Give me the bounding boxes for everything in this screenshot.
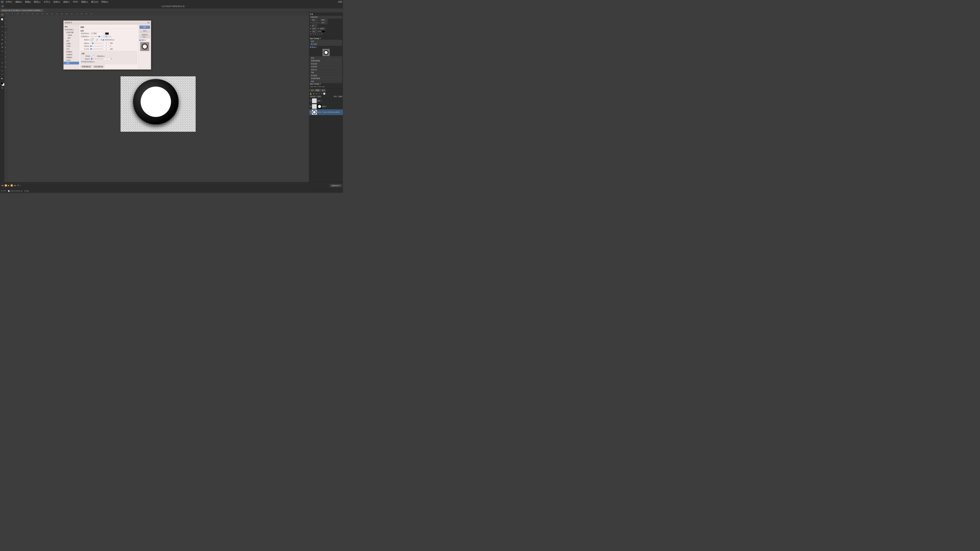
dodge-tool-btn[interactable]: ○	[0, 57, 4, 60]
kerning-input[interactable]	[312, 22, 318, 24]
superscript-btn[interactable]: T	[317, 33, 318, 35]
move-tool[interactable]: ✛	[1, 5, 4, 8]
layer-row-bevel[interactable]: 👁 Bevel · Factory Default (modified)	[309, 109, 343, 115]
menu-filter[interactable]: 滤镜(T)	[62, 0, 70, 4]
preview-checkbox[interactable]	[310, 46, 311, 48]
spread-slider[interactable]	[90, 46, 103, 46]
layer-shadow-checkbox[interactable]	[81, 61, 83, 62]
pattern-overlay-item[interactable]: 图案叠加	[64, 56, 79, 59]
menu-select[interactable]: 选择(S)	[52, 0, 60, 4]
font-family-input[interactable]	[310, 16, 334, 18]
text-color-swatch[interactable]	[322, 30, 325, 32]
noise-input[interactable]	[104, 58, 110, 60]
ok-button[interactable]: 确定	[139, 25, 150, 29]
connect-selection-btn[interactable]: 联系选择	[310, 62, 342, 65]
eyedropper-tool-btn[interactable]: ✏	[0, 33, 4, 37]
timeline-audio-btn[interactable]: ♪	[19, 184, 21, 187]
timeline-skip-start-btn[interactable]: ⏮	[1, 184, 4, 187]
foreground-color[interactable]	[0, 82, 3, 84]
caps-btn[interactable]: T	[321, 33, 323, 35]
brush-tool-btn[interactable]: 🖌	[0, 41, 4, 45]
color-swatches[interactable]	[0, 82, 4, 86]
vertical-scale-input[interactable]	[312, 24, 317, 27]
opacity-num-input[interactable]	[103, 35, 109, 38]
timeline-prev-btn[interactable]: ⏪	[4, 184, 7, 187]
size-input[interactable]	[103, 48, 109, 50]
satin-item[interactable]: 光泽	[64, 48, 79, 51]
timeline-dropdown-icon[interactable]: ▼	[339, 185, 340, 186]
menu-file[interactable]: 文件(F)	[5, 0, 13, 4]
gradient-btn[interactable]: 渐变	[310, 40, 342, 43]
distance-input[interactable]	[103, 42, 109, 44]
dialog-close-button[interactable]: ✕	[148, 21, 150, 24]
bold-btn[interactable]: T	[310, 33, 312, 35]
cancel-button[interactable]: 取消	[139, 29, 150, 33]
baseline-shift-input[interactable]	[312, 30, 318, 33]
underline-btn[interactable]: T	[315, 33, 317, 35]
inner-glow-item[interactable]: 内发光	[64, 45, 79, 48]
italic-btn[interactable]: T	[312, 33, 314, 35]
contour-checkbox[interactable]	[66, 35, 67, 36]
size-slider[interactable]	[90, 49, 103, 49]
lasso-tool-btn[interactable]: ⌒	[0, 21, 4, 25]
menu-layer[interactable]: 图层(L)	[33, 0, 41, 4]
pattern-overlay-checkbox[interactable]	[65, 57, 66, 58]
preview-item[interactable]: 预览(Y)	[310, 46, 342, 48]
layer-eye-bevel[interactable]: 👁	[310, 111, 311, 113]
line-height-input[interactable]	[320, 19, 328, 21]
timeline-play-btn[interactable]: ▶	[7, 184, 10, 187]
shape-tool-btn[interactable]: ▭	[0, 73, 4, 76]
tracking-input[interactable]	[321, 22, 327, 24]
menu-text[interactable]: 文字(Y)	[43, 0, 51, 4]
clear-btn[interactable]: 清除	[310, 71, 342, 74]
shrink-btn[interactable]: 收缩	[310, 56, 342, 59]
set-default-btn[interactable]: 设置为默认值	[80, 65, 92, 68]
menu-image[interactable]: 图像(I)	[24, 0, 32, 4]
stroke-checkbox[interactable]	[65, 40, 66, 41]
menu-window[interactable]: 窗口(W)	[91, 0, 99, 4]
path-select-tool-btn[interactable]: ▸	[0, 68, 4, 72]
eraser-tool-btn[interactable]: ◻	[0, 49, 4, 53]
bevel-emboss-item[interactable]: 斜面和浮雕	[64, 31, 79, 34]
gradient2-btn[interactable]: 渐变	[310, 80, 342, 83]
inner-shadow-checkbox[interactable]	[65, 43, 66, 45]
bevel-checkbox[interactable]	[65, 32, 66, 33]
layers-tab-layers[interactable]: 图层	[315, 89, 320, 92]
subscript-btn[interactable]: T	[319, 33, 320, 35]
global-light-checkbox[interactable]	[103, 39, 104, 41]
magic-wand-tool-btn[interactable]: ✦	[0, 25, 4, 29]
layer-eye-1[interactable]: 👁	[310, 100, 311, 102]
timeline-next-btn[interactable]: ⏩	[10, 184, 14, 187]
layer-eye-2[interactable]: 👁	[310, 105, 311, 107]
contour-item[interactable]: 等高线	[64, 34, 79, 37]
contour-thumbnail[interactable]	[91, 55, 94, 57]
outer-glow-checkbox[interactable]	[65, 60, 66, 61]
blending-options-item[interactable]: 混合选项:默认	[64, 28, 79, 31]
menu-3d[interactable]: 3D(D)	[72, 0, 79, 4]
load-selection-btn[interactable]: 载入选区	[310, 43, 342, 46]
fill-tool-btn[interactable]: ⬦	[0, 53, 4, 56]
link-layer-mask-btn[interactable]: 聊接图层蒙版	[310, 59, 342, 62]
anti-alias-checkbox[interactable]	[95, 56, 96, 57]
noise-slider[interactable]	[91, 59, 103, 59]
color-overlay-checkbox[interactable]	[65, 51, 66, 53]
layer-row-2[interactable]: 👁 图层 2	[309, 104, 343, 109]
blend-mode-select[interactable]: 正片叠底	[90, 32, 105, 35]
menu-edit[interactable]: 编辑(E)	[14, 0, 22, 4]
stroke-item[interactable]: 描边	[64, 40, 79, 42]
inner-glow-checkbox[interactable]	[65, 46, 66, 47]
layer-style-dialog[interactable]: 图层样式 ✕ 样式 混合选项:默认 斜面和浮雕 等高线	[64, 21, 151, 70]
move-tool-btn[interactable]: ✛	[0, 13, 4, 17]
select-direction-btn[interactable]: 选择方向	[310, 68, 342, 71]
layers-tab-channels[interactable]: 通道	[320, 89, 326, 92]
inner-shadow-item[interactable]: 内阴影	[64, 42, 79, 45]
zoom-tool-btn[interactable]: 🔍	[0, 77, 4, 81]
texture-checkbox[interactable]	[66, 38, 67, 39]
drop-shadow-item[interactable]: 投影	[64, 62, 79, 65]
canvas-area[interactable]: 0 5 10 15 20 25 30 35 40 45 50 55 60 65 …	[5, 13, 309, 193]
rect-select-btn[interactable]: 矩形选框	[310, 65, 342, 68]
layer-row-1[interactable]: 👁 图层 1	[309, 98, 343, 104]
quick-mask-btn[interactable]: ⊡	[0, 86, 4, 90]
deselect-btn[interactable]: 取消选择	[310, 74, 342, 77]
timeline-loop-btn[interactable]: ↺	[17, 184, 19, 187]
